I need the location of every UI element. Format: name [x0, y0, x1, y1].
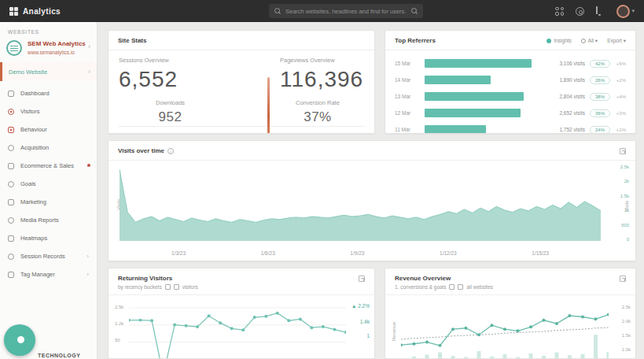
referrer-rows: 15 Mar3,106 visits42%+5%14 Mar1,890 visi… [385, 50, 635, 134]
visits-area-chart[interactable] [120, 163, 601, 244]
logo-text: Analytics [23, 7, 61, 16]
referrer-row[interactable]: 11 Mar1,752 visits24%+1% [395, 121, 626, 134]
referrer-label: 11 Mar [395, 127, 420, 132]
global-search[interactable] [269, 4, 423, 18]
app-logo[interactable]: Analytics [9, 7, 61, 16]
y-tick: 0 [620, 237, 629, 242]
grid-icon [8, 91, 14, 97]
sidebar-item-tag-manager[interactable]: Tag Manager› [0, 265, 97, 283]
referrers-title: Top Referrers [395, 37, 436, 44]
chevron-right-icon: › [88, 43, 90, 50]
y-tick: 2.5k [115, 305, 123, 309]
sidebar-item-heatmaps[interactable]: Heatmaps [0, 229, 97, 247]
referrer-label: 13 Mar [395, 94, 420, 99]
y-axis-title: Revenue [392, 322, 396, 341]
user-menu[interactable]: ▾ [616, 5, 635, 18]
insights-toggle[interactable]: Insights [546, 38, 571, 43]
referrer-row[interactable]: 12 Mar2,652 visits36%+3% [395, 105, 626, 121]
sidebar-item-dashboard[interactable]: Dashboard [0, 84, 97, 102]
line-chart-yticks: 2.5k1.2k50 [115, 305, 123, 342]
segment-icon[interactable] [165, 284, 171, 290]
sidebar-item-marketing[interactable]: Marketing [0, 193, 97, 211]
bell-icon[interactable] [596, 6, 598, 14]
export-icon[interactable] [359, 276, 365, 282]
y-tick: 2.5k [620, 165, 629, 169]
y-axis-title-right: Visits [624, 201, 629, 212]
chevron-right-icon: › [86, 271, 89, 278]
apps-icon[interactable] [555, 7, 564, 16]
y-tick: 50 [115, 338, 123, 342]
referrer-value: 1,890 visits [559, 77, 585, 83]
revenue-chart-yticks: 2.5k2.0k1.5k1.0k [622, 305, 631, 352]
annotation-value: 1.4k [360, 319, 370, 324]
referrers-card: Top Referrers Insights All ▾ Export ▾ 15… [385, 30, 636, 134]
y-tick: 1.5k [620, 194, 629, 198]
x-tick: 1/9/23 [350, 250, 364, 256]
export-button[interactable]: Export ▾ [607, 38, 626, 44]
sidebar-item-label: Tag Manager [20, 271, 55, 278]
ecommerce-icon [8, 163, 14, 169]
revenue-card: Revenue Overview 1. conversions & goals … [385, 268, 636, 359]
y-tick: 1.0k [622, 347, 631, 352]
media-icon [8, 217, 14, 224]
heatmaps-icon [8, 235, 14, 242]
referrer-label: 12 Mar [395, 110, 420, 116]
search-input[interactable] [285, 8, 407, 15]
site-selector[interactable]: SEM Web Analytics www.semanalytics.io › [0, 38, 97, 62]
info-icon[interactable]: i [167, 148, 174, 154]
sidebar-item-goals[interactable]: Goals [0, 175, 97, 193]
search-icon-right [411, 8, 418, 14]
x-tick: 1/12/23 [440, 250, 457, 256]
x-tick: 1/3/23 [171, 250, 186, 256]
sidebar-item-acquisition[interactable]: Acquisition [0, 139, 97, 157]
y-tick: 2.5k [622, 305, 631, 309]
referrer-badge: 42% [590, 60, 610, 68]
segment-icon[interactable] [449, 284, 454, 290]
export-icon[interactable] [620, 148, 626, 154]
x-tick: 1/6/23 [261, 250, 275, 256]
export-icon[interactable] [620, 276, 626, 282]
sidebar-item-label: Ecommerce & Sales [20, 162, 74, 169]
search-icon [274, 8, 281, 14]
sidebar-item-demo-website[interactable]: Demo Website › [0, 62, 97, 81]
sidebar-item-media-reports[interactable]: Media Reports [0, 211, 97, 229]
returning-visitors-chart[interactable] [129, 302, 346, 359]
acquisition-icon [8, 145, 14, 151]
y-tick: 1.5k [622, 333, 631, 338]
filter-dropdown[interactable]: All ▾ [581, 38, 598, 44]
visitors-icon [8, 109, 14, 115]
kpi-conversion: Conversion Rate 37% [296, 99, 340, 125]
referrer-tail: +5% [615, 61, 626, 66]
behaviour-icon [8, 127, 14, 133]
referrer-row[interactable]: 13 Mar2,804 visits38%+4% [395, 88, 626, 105]
visits-chart-xticks: 1/3/231/6/231/9/231/12/231/15/23 [120, 250, 601, 256]
sidebar-item-label: Dashboard [20, 90, 50, 97]
referrer-bar [425, 76, 491, 84]
sidebar-item-label: Visitors [20, 108, 39, 115]
referrer-label: 14 Mar [395, 77, 420, 83]
revenue-chart[interactable] [401, 302, 609, 359]
referrer-bar-track [425, 109, 532, 117]
subtitle-text-2: all websites [466, 284, 493, 290]
gear-icon[interactable] [576, 7, 584, 16]
sidebar-item-session-records[interactable]: Session Records› [0, 247, 97, 265]
site-name: SEM Web Analytics [28, 40, 86, 48]
y-tick: 2k [620, 179, 629, 183]
sidebar-item-ecommerce-sales[interactable]: Ecommerce & Sales› [0, 157, 97, 175]
goals-icon [8, 181, 14, 187]
subtitle-text: by recency buckets [118, 284, 162, 290]
referrer-row[interactable]: 15 Mar3,106 visits42%+5% [395, 55, 626, 72]
referrer-bar-track [425, 59, 532, 68]
referrer-row[interactable]: 14 Mar1,890 visits26%+2% [395, 72, 626, 88]
sidebar-item-label: Acquisition [20, 144, 49, 151]
sidebar-nav: DashboardVisitorsBehaviourAcquisitionEco… [0, 84, 97, 283]
y-tick: 1.2k [115, 321, 123, 326]
sidebar-item-behaviour[interactable]: Behaviour [0, 120, 97, 139]
circle-icon [581, 39, 586, 43]
help-chat-fab[interactable] [4, 324, 35, 356]
kpi-downloads: Downloads 952 [156, 99, 185, 125]
compare-icon[interactable] [174, 284, 179, 290]
sidebar-item-visitors[interactable]: Visitors [0, 102, 97, 120]
referrer-value: 2,652 visits [559, 110, 585, 116]
compare-icon[interactable] [458, 284, 463, 290]
